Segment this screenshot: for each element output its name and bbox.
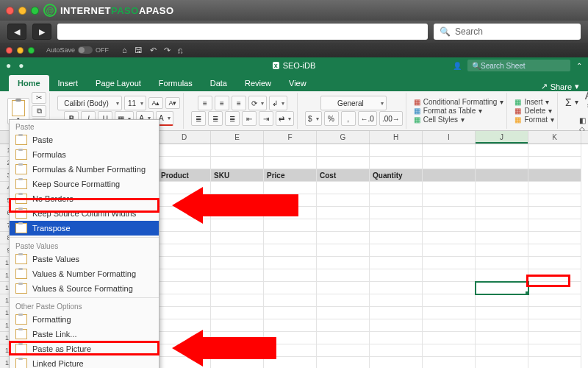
- cell[interactable]: [264, 357, 317, 368]
- cell[interactable]: [158, 144, 211, 157]
- cell[interactable]: [476, 319, 528, 332]
- cell[interactable]: [476, 244, 528, 257]
- cell[interactable]: [476, 144, 528, 157]
- menu-item-no-borders[interactable]: No Borders: [10, 191, 159, 206]
- cell[interactable]: [264, 332, 317, 344]
- cell[interactable]: [317, 219, 370, 232]
- cell[interactable]: [211, 344, 264, 357]
- cell[interactable]: [370, 244, 423, 257]
- column-header-K[interactable]: K: [528, 131, 581, 144]
- cell[interactable]: [211, 294, 264, 307]
- maximize-icon[interactable]: [31, 7, 39, 15]
- cell[interactable]: [476, 232, 528, 244]
- cell[interactable]: [264, 194, 317, 207]
- cell[interactable]: [211, 282, 264, 294]
- indent-inc-button[interactable]: ⇥: [259, 111, 273, 126]
- menu-item-formulas-number-formatting[interactable]: Formulas & Number Formatting: [10, 162, 159, 177]
- cell[interactable]: [211, 357, 264, 368]
- url-field[interactable]: [57, 24, 428, 40]
- cell[interactable]: [158, 244, 211, 257]
- cell[interactable]: [317, 182, 370, 194]
- cell[interactable]: [370, 357, 423, 368]
- cell[interactable]: [370, 257, 423, 269]
- cell[interactable]: [317, 282, 370, 294]
- cell[interactable]: [370, 344, 423, 357]
- cell[interactable]: [317, 269, 370, 282]
- cell[interactable]: [476, 344, 528, 357]
- cell[interactable]: [476, 307, 528, 319]
- cell[interactable]: [264, 269, 317, 282]
- cell[interactable]: [528, 219, 581, 232]
- menu-item-keep-source-column-widths[interactable]: Keep Source Column Widths: [10, 206, 159, 221]
- cell[interactable]: [528, 169, 581, 182]
- cell[interactable]: [528, 294, 581, 307]
- delete-cells-button[interactable]: ▦Delete ▾: [514, 107, 552, 115]
- menu-item-values-source-formatting[interactable]: Values & Source Formatting: [10, 281, 159, 296]
- cell[interactable]: [423, 282, 476, 294]
- column-header-G[interactable]: G: [317, 131, 370, 144]
- column-header-H[interactable]: H: [370, 131, 423, 144]
- merge-button[interactable]: ⇄: [276, 111, 294, 126]
- cell[interactable]: [264, 294, 317, 307]
- autosave-toggle[interactable]: AutoSaveOFF: [46, 46, 109, 54]
- cell[interactable]: [423, 332, 476, 344]
- cell[interactable]: [370, 282, 423, 294]
- cell[interactable]: [317, 157, 370, 169]
- column-header-J[interactable]: J: [476, 131, 528, 144]
- cell[interactable]: [317, 194, 370, 207]
- cell[interactable]: [211, 232, 264, 244]
- cell[interactable]: [264, 207, 317, 219]
- undo-icon[interactable]: ↶: [150, 46, 157, 55]
- cell[interactable]: [476, 194, 528, 207]
- cell[interactable]: [158, 194, 211, 207]
- align-bottom-button[interactable]: ≡: [232, 96, 246, 110]
- cell[interactable]: [476, 269, 528, 282]
- redo-icon[interactable]: ↷: [164, 46, 171, 55]
- cell[interactable]: [528, 232, 581, 244]
- cell[interactable]: [370, 307, 423, 319]
- cell[interactable]: [423, 307, 476, 319]
- save-icon[interactable]: 🖫: [135, 46, 143, 55]
- cell[interactable]: [211, 207, 264, 219]
- cell[interactable]: [423, 144, 476, 157]
- cell[interactable]: [317, 257, 370, 269]
- cell[interactable]: [528, 357, 581, 368]
- user-icon[interactable]: 👤: [453, 62, 462, 70]
- cell[interactable]: [476, 332, 528, 344]
- cell[interactable]: [528, 157, 581, 169]
- cell[interactable]: [370, 232, 423, 244]
- font-name-select[interactable]: Calibri (Body): [57, 96, 122, 110]
- cell-styles-button[interactable]: ▦Cell Styles ▾: [414, 116, 465, 124]
- percent-button[interactable]: %: [324, 111, 339, 126]
- decrease-font-button[interactable]: A▾: [165, 97, 180, 109]
- cell[interactable]: [370, 219, 423, 232]
- insert-cells-button[interactable]: ▦Insert ▾: [514, 98, 549, 106]
- cell[interactable]: [528, 257, 581, 269]
- cell[interactable]: [476, 182, 528, 194]
- align-top-button[interactable]: ≡: [198, 96, 212, 110]
- cell[interactable]: [158, 344, 211, 357]
- cell[interactable]: [264, 232, 317, 244]
- cell[interactable]: [370, 269, 423, 282]
- cell[interactable]: [211, 319, 264, 332]
- cell[interactable]: [423, 269, 476, 282]
- cell[interactable]: [370, 207, 423, 219]
- menu-item-paste-link-[interactable]: Paste Link...: [10, 327, 159, 342]
- cell[interactable]: Quantity: [370, 169, 423, 182]
- cell[interactable]: SKU: [211, 169, 264, 182]
- cell[interactable]: [317, 357, 370, 368]
- cell[interactable]: [264, 157, 317, 169]
- cell[interactable]: [423, 169, 476, 182]
- fill-button[interactable]: ◧▾: [579, 116, 588, 124]
- cell[interactable]: Product: [158, 169, 211, 182]
- close-icon[interactable]: [6, 7, 14, 15]
- cell[interactable]: [211, 194, 264, 207]
- align-middle-button[interactable]: ≡: [215, 96, 229, 110]
- home-icon[interactable]: ⌂: [122, 46, 127, 55]
- cell[interactable]: [528, 207, 581, 219]
- cell[interactable]: [423, 207, 476, 219]
- cell[interactable]: [158, 219, 211, 232]
- switch-icon[interactable]: [78, 46, 93, 54]
- cell[interactable]: [158, 269, 211, 282]
- tab-data[interactable]: Data: [201, 75, 236, 91]
